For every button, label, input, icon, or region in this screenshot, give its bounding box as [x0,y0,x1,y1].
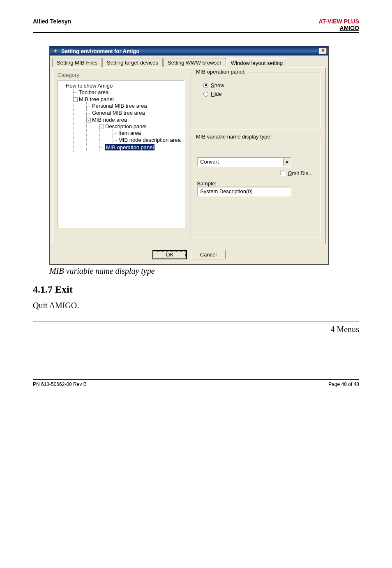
expander-icon[interactable]: - [86,118,91,122]
combo-value: Convert [198,158,283,166]
tab-target-devices[interactable]: Setting target devices [102,58,163,67]
radio-show-label: Show [211,82,224,88]
display-type-group: MIB variable name display type: Convert … [191,137,321,238]
tree-desc-panel[interactable]: -Description panel Item area MIB node de… [99,123,183,144]
tab-panel: Category How to show Amigo Toolbar area … [52,67,326,244]
section-body: Quit AMIGO. [33,301,359,310]
header-product: AT-VIEW PLUS [318,18,359,25]
tree-toolbar[interactable]: Toolbar area [73,89,183,96]
header-left: Allied Telesyn [33,18,71,25]
tree-item-area-label: Item area [118,130,141,136]
radio-icon [203,92,208,97]
tree-general-label: General MIB tree area [92,110,145,116]
display-type-legend: MIB variable name display type: [194,134,273,140]
tree-root-label: How to show Amigo [66,83,113,89]
tree-root[interactable]: How to show Amigo Toolbar area -MIB tree… [60,82,183,152]
sample-label: Sample: [197,180,314,187]
sample-field[interactable]: System Description(0) [197,187,291,196]
tree-general[interactable]: General MIB tree area [86,109,183,116]
app-icon: ✦ [52,48,59,54]
category-tree[interactable]: How to show Amigo Toolbar area -MIB tree… [58,80,185,228]
footer-left: PN 613-50662-00 Rev B [33,381,87,387]
op-panel-group: MIB operation panel: Show Hide [191,72,321,129]
titlebar: ✦ Setting environment for Amigo × [50,46,328,55]
figure-caption: MIB variable name display type [49,266,359,276]
tree-item-area[interactable]: Item area [113,129,183,136]
close-button[interactable]: × [319,48,327,54]
tabstrip: Setting MIB-Files Setting target devices… [50,55,328,67]
tree-node-desc[interactable]: MIB node description area [113,136,183,143]
ok-button[interactable]: OK [152,250,187,259]
display-type-combo[interactable]: Convert ▾ [197,157,291,167]
category-label: Category [58,72,185,78]
checkbox-icon [280,171,285,176]
omit-label: Omit Dis... [288,170,313,176]
tree-personal[interactable]: Personal MIB tree area [86,102,183,109]
expander-icon[interactable]: - [99,125,104,129]
page-footer: PN 613-50662-00 Rev B Page 40 of 48 [33,379,359,387]
tree-desc-panel-label: Description panel [105,123,146,129]
expander-icon[interactable]: - [73,97,78,102]
settings-dialog: ✦ Setting environment for Amigo × Settin… [49,46,329,265]
tab-mib-files[interactable]: Setting MIB-Files [52,58,102,67]
dialog-screenshot: ✦ Setting environment for Amigo × Settin… [49,46,329,265]
tree-personal-label: Personal MIB tree area [92,103,147,109]
dialog-title: Setting environment for Amigo [61,48,139,54]
cancel-button[interactable]: Cancel [191,250,226,259]
radio-icon [203,83,208,88]
tab-www-browser[interactable]: Setting WWW browser [163,58,226,67]
page-header: Allied Telesyn AT-VIEW PLUS AMIGO [33,18,359,33]
radio-hide[interactable]: Hide [197,91,314,97]
tree-op-panel[interactable]: MIB operation panel [99,144,183,151]
header-right: AT-VIEW PLUS AMIGO [318,18,359,31]
chevron-down-icon[interactable]: ▾ [283,158,291,166]
tree-op-panel-label: MIB operation panel [105,144,154,150]
op-panel-legend: MIB operation panel: [194,69,247,75]
tree-node-area[interactable]: -MIB node area -Description panel Item a… [86,116,183,151]
menus-label: 4 Menus [33,325,359,334]
tree-node-area-label: MIB node area [92,117,127,123]
radio-show[interactable]: Show [197,82,314,88]
section-heading: 4.1.7 Exit [33,284,359,295]
dialog-buttons: OK Cancel [50,247,328,264]
tree-mib-tree-label: MIB tree panel [79,96,114,102]
omit-check[interactable]: Omit Dis... [197,170,314,176]
separator [33,321,359,321]
tree-toolbar-label: Toolbar area [79,89,108,95]
tab-window-layout[interactable]: Window layout setting [226,58,287,68]
tree-mib-tree-panel[interactable]: -MIB tree panel Personal MIB tree area G… [73,96,183,152]
radio-hide-label: Hide [211,91,222,97]
footer-right: Page 40 of 48 [328,381,359,387]
tree-node-desc-label: MIB node description area [118,137,181,143]
header-sub: AMIGO [318,25,359,31]
